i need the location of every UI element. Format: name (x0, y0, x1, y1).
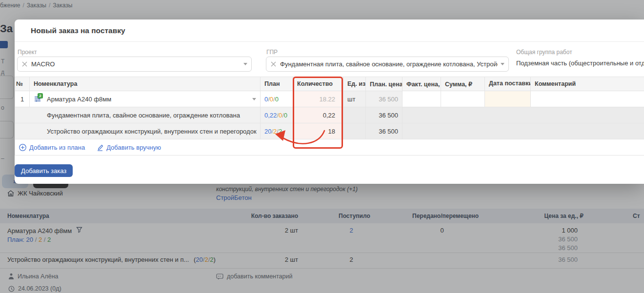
plan-cell: 0,22/0/0 (261, 107, 293, 123)
sliders-icon[interactable]: 2 (34, 95, 42, 103)
merged-cell (402, 107, 644, 123)
quantity-input[interactable]: 18.22 (293, 91, 343, 107)
project-select[interactable]: MACRO (17, 57, 252, 72)
work-name: Устройство ограждающих конструкций, внут… (15, 123, 261, 139)
nomenclature-select[interactable]: 2 Арматура А240 ф8мм (30, 91, 261, 107)
order-subitem-row: Устройство ограждающих конструкций, внут… (15, 123, 644, 139)
col-plan-price: План. цена, ₽ (366, 77, 402, 91)
comment-input[interactable] (531, 91, 644, 107)
clear-icon[interactable] (21, 61, 28, 67)
quantity-input[interactable]: 18 (293, 123, 343, 139)
plan-price-cell: 36 500 (366, 123, 402, 139)
col-delivery-date: Дата поставки (485, 77, 531, 91)
col-nomenclature: Номенклатура (30, 77, 261, 91)
order-items-table: № Номенклатура План Количество Ед. изм. … (15, 77, 644, 156)
gpr-select[interactable]: Фундаментная плита, свайное основание, о… (266, 57, 509, 72)
chevron-down-icon[interactable] (252, 98, 256, 100)
unit-cell (343, 107, 366, 123)
pencil-icon (97, 144, 103, 151)
delivery-date-input[interactable] (485, 91, 531, 107)
modal-title: Новый заказ на поставку (31, 26, 125, 35)
nomenclature-value: Арматура А240 ф8мм (47, 96, 245, 103)
plus-circle-icon (19, 144, 26, 151)
add-from-plan-button[interactable]: Добавить из плана (19, 144, 85, 151)
new-order-modal: Новый заказ на поставку Проект MACRO ГПР… (15, 20, 644, 184)
work-name: Фундаментная плита, свайное основание, о… (15, 107, 261, 123)
plan-price-cell: 36 500 (366, 91, 402, 107)
col-sum: Сумма, ₽ (441, 77, 485, 91)
col-fact-price: Факт. цена, ₽ (402, 77, 441, 91)
work-group-field-label: Общая группа работ (516, 49, 572, 56)
plan-price-cell: 36 500 (366, 107, 402, 123)
work-group-value: Подземная часть (общестроительные и отде… (516, 59, 644, 67)
order-item-row: 1 2 Арматура А240 ф8мм 0/0/0 18.22 шт 36… (15, 91, 644, 107)
gpr-field-label: ГПР (266, 49, 278, 56)
add-order-button[interactable]: Добавить заказ (15, 164, 73, 177)
clear-icon[interactable] (270, 61, 277, 67)
table-header-row: № Номенклатура План Количество Ед. изм. … (15, 77, 644, 91)
quantity-input[interactable]: 0,22 (293, 107, 343, 123)
sum-cell (441, 91, 485, 107)
chevron-down-icon[interactable] (501, 63, 504, 65)
col-comment: Комментарий (531, 77, 644, 91)
gpr-value: Фундаментная плита, свайное основание, о… (280, 60, 498, 68)
merged-cell (402, 123, 644, 139)
col-plan: План (261, 77, 293, 91)
unit-cell (343, 123, 366, 139)
row-number: 1 (15, 91, 30, 107)
order-subitem-row: Фундаментная плита, свайное основание, о… (15, 107, 644, 123)
fact-price-input[interactable] (402, 91, 441, 107)
col-unit: Ед. изм. (343, 77, 366, 91)
col-quantity: Количество (293, 77, 343, 91)
divider (15, 41, 644, 42)
unit-cell: шт (343, 91, 366, 107)
table-actions-row: Добавить из плана Добавить вручную (15, 139, 644, 156)
plan-cell: 20/2/2 (261, 123, 293, 139)
add-manually-button[interactable]: Добавить вручную (97, 144, 161, 151)
status-badge: 2 (38, 93, 43, 98)
chevron-down-icon[interactable] (243, 63, 247, 65)
col-num: № (15, 77, 30, 91)
plan-cell: 0/0/0 (261, 91, 293, 107)
project-value: MACRO (31, 60, 241, 68)
project-field-label: Проект (18, 49, 37, 56)
